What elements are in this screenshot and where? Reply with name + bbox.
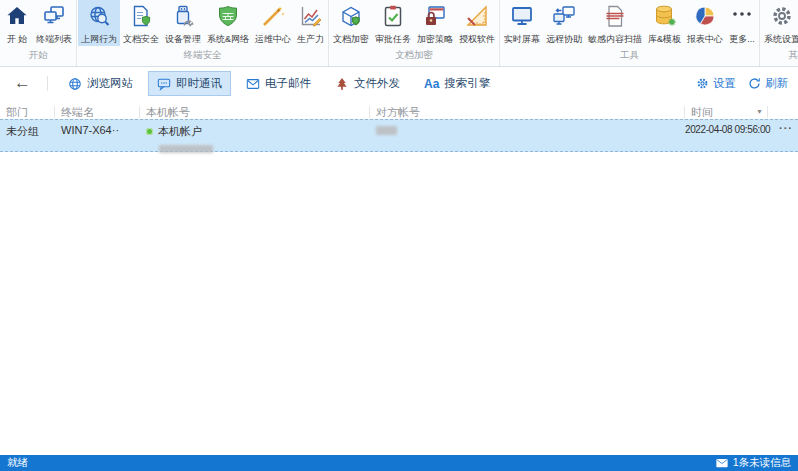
more-icon [729,3,755,29]
library-templates-icon [652,3,678,29]
ribbon-item-label: 生产力 [297,33,324,46]
ribbon-group-label: 其他 [761,46,798,66]
ribbon-item-doc-security[interactable]: 文档安全 [120,0,162,46]
ribbon-item-doc-encryption[interactable]: 文档加密 [330,0,372,46]
ribbon-item-device-management[interactable]: 设备管理 [162,0,204,46]
online-status-icon [146,128,153,135]
ribbon-item-licensed-software[interactable]: 授权软件 [456,0,498,46]
tab-label: 搜索引擎 [444,76,490,91]
system-network-icon [215,3,241,29]
refresh-icon [748,77,761,90]
envelope-icon [716,458,728,468]
tab-search-engine[interactable]: Aa 搜索引擎 [415,71,499,96]
unread-messages-label: 1条未读信息 [733,456,791,470]
refresh-label: 刷新 [765,76,788,91]
web-behavior-icon [86,3,112,29]
ribbon-item-label: 授权软件 [459,33,495,46]
column-header-remote-account[interactable]: 对方帐号 [370,106,685,118]
chat-icon [157,77,171,91]
realtime-screen-icon [509,3,535,29]
ribbon-item-system-settings[interactable]: 系统设置 [761,0,798,46]
cell-terminal: WIN7-X64·· [55,120,140,151]
ribbon-item-label: 文档加密 [333,33,369,46]
redacted-text [159,145,213,153]
ribbon-item-label: 终端列表 [36,33,72,46]
home-icon [4,3,30,29]
ribbon-item-system-network[interactable]: 系统&网络 [204,0,252,46]
divider [47,76,48,91]
cell-local-account: 本机帐户 [140,120,370,151]
ribbon-group-label: 工具 [501,46,758,66]
tab-label: 浏览网站 [87,76,133,91]
ribbon-item-approval-tasks[interactable]: 审批任务 [372,0,414,46]
back-button[interactable]: ← [10,73,39,95]
ribbon-item-label: 敏感内容扫描 [588,33,642,46]
ribbon-item-terminal-list[interactable]: 终端列表 [33,0,75,46]
tab-label: 即时通讯 [176,76,222,91]
ribbon-item-label: 更多... [729,33,755,46]
ribbon-group-tools: 实时屏幕 远程协助 敏感内容扫描 库&模板 [500,0,760,66]
toolbar-actions: 设置 刷新 [696,76,788,91]
ribbon-group-terminal-security: 上网行为 文档安全 设备管理 系统&网络 [77,0,329,66]
tab-label: 电子邮件 [265,76,311,91]
gear-icon [696,77,709,90]
ribbon-item-encryption-policy[interactable]: 加密策略 [414,0,456,46]
tab-instant-messaging[interactable]: 即时通讯 [148,71,231,96]
tab-file-outgoing[interactable]: 文件外发 [326,71,409,96]
ops-center-icon [260,3,286,29]
status-bar: 就绪 1条未读信息 [0,455,798,471]
settings-label: 设置 [713,76,736,91]
tab-email[interactable]: 电子邮件 [237,71,320,96]
table-row[interactable]: 未分组 WIN7-X64·· 本机帐户 2022-04-08 09:56:00 … [0,119,798,152]
productivity-icon [298,3,324,29]
column-header-more [768,106,798,118]
ribbon-group-doc-encryption: 文档加密 审批任务 加密策略 授权软件 文档加密 [329,0,500,66]
file-out-icon [335,77,349,91]
cell-dept: 未分组 [0,120,55,151]
ribbon-group-label: 开始 [1,46,75,66]
ribbon-item-more[interactable]: 更多... [726,0,758,46]
refresh-button[interactable]: 刷新 [748,76,788,91]
ribbon-item-label: 加密策略 [417,33,453,46]
status-text: 就绪 [7,456,28,470]
table-header: 部门 终端名 本机帐号 对方帐号 时间 ▼ [0,104,798,119]
cell-time: 2022-04-08 09:56:00 [685,120,768,151]
unread-messages-button[interactable]: 1条未读信息 [716,456,791,470]
ribbon-item-productivity[interactable]: 生产力 [294,0,327,46]
redacted-text [376,126,397,135]
ribbon-item-realtime-screen[interactable]: 实时屏幕 [501,0,543,46]
column-header-local-account[interactable]: 本机帐号 [140,106,370,118]
ribbon-item-label: 实时屏幕 [504,33,540,46]
ribbon-item-label: 库&模板 [648,33,681,46]
ribbon-item-label: 远程协助 [546,33,582,46]
ribbon-item-label: 运维中心 [255,33,291,46]
ribbon-item-ops-center[interactable]: 运维中心 [252,0,294,46]
ribbon-group-label: 文档加密 [330,46,498,66]
ribbon-item-remote-assist[interactable]: 远程协助 [543,0,585,46]
column-header-terminal[interactable]: 终端名 [55,106,140,118]
remote-assist-icon [551,3,577,29]
tab-browse-websites[interactable]: 浏览网站 [59,71,142,96]
ribbon-item-library-templates[interactable]: 库&模板 [645,0,684,46]
aa-icon: Aa [424,77,439,91]
column-header-time[interactable]: 时间 ▼ [685,106,768,118]
ribbon-item-report-center[interactable]: 报表中心 [684,0,726,46]
ribbon-toolbar: 开 始 终端列表 开始 上网行为 文档安全 [0,0,798,67]
ribbon-item-home[interactable]: 开 始 [1,0,33,46]
approval-tasks-icon [380,3,406,29]
row-more-button[interactable]: ··· [768,120,798,151]
ribbon-item-web-behavior[interactable]: 上网行为 [78,0,120,46]
report-center-icon [692,3,718,29]
ribbon-item-content-scan[interactable]: 敏感内容扫描 [585,0,645,46]
ribbon-item-label: 开 始 [7,33,28,46]
settings-button[interactable]: 设置 [696,76,736,91]
mail-icon [246,77,260,91]
doc-encryption-icon [338,3,364,29]
column-header-dept[interactable]: 部门 [0,106,55,118]
records-table: 部门 终端名 本机帐号 对方帐号 时间 ▼ 未分组 WIN7-X64·· 本机帐… [0,104,798,152]
content-scan-icon [602,3,628,29]
globe-icon [68,77,82,91]
ribbon-item-label: 报表中心 [687,33,723,46]
ribbon-item-label: 系统&网络 [207,33,249,46]
chevron-down-icon[interactable]: ▼ [756,106,763,118]
